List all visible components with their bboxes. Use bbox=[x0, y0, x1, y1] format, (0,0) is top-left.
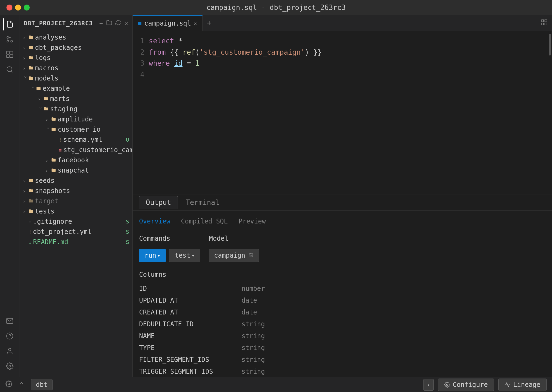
settings-bottom-icon[interactable] bbox=[5, 380, 12, 389]
activity-account[interactable] bbox=[3, 345, 16, 358]
tree-item-customer-io[interactable]: › customer_io bbox=[19, 124, 132, 135]
folder-icon bbox=[29, 177, 33, 184]
chevron-right-icon: › bbox=[45, 117, 51, 122]
svg-rect-6 bbox=[10, 51, 13, 54]
col-row-created-at: CREATED_AT date bbox=[139, 306, 546, 318]
delete-model-icon[interactable] bbox=[249, 252, 254, 259]
tree-item-marts[interactable]: › marts bbox=[19, 94, 132, 104]
chevron-up-button[interactable]: ^ bbox=[17, 380, 26, 390]
lineage-label: Lineage bbox=[513, 381, 540, 388]
svg-point-14 bbox=[9, 365, 11, 367]
tree-item-tests[interactable]: › tests bbox=[19, 206, 132, 216]
tab-campaign-sql[interactable]: ≡ campaign.sql ✕ bbox=[133, 15, 203, 31]
svg-rect-8 bbox=[10, 55, 13, 58]
model-chip[interactable]: campaign bbox=[209, 249, 259, 262]
activity-files[interactable] bbox=[3, 18, 16, 31]
tree-item-readme[interactable]: › ↓ README.md S bbox=[19, 237, 132, 247]
folder-icon bbox=[29, 208, 33, 215]
folder-icon bbox=[51, 116, 56, 123]
tree-item-target[interactable]: › target bbox=[19, 196, 132, 206]
tree-item-snapchat[interactable]: › snapchat bbox=[19, 165, 132, 176]
tree-label-marts: marts bbox=[50, 95, 70, 103]
chevron-down-icon: › bbox=[23, 75, 29, 81]
tree-item-models[interactable]: › models bbox=[19, 73, 132, 83]
tree-item-logs[interactable]: › logs bbox=[19, 53, 132, 63]
configure-button[interactable]: Configure bbox=[438, 379, 494, 391]
lineage-button[interactable]: Lineage bbox=[498, 379, 547, 391]
model-group: Model campaign bbox=[209, 235, 259, 262]
tree-item-schema-yml[interactable]: › ! schema.yml U bbox=[19, 135, 132, 145]
tree-item-dbt-packages[interactable]: › dbt_packages bbox=[19, 43, 132, 53]
svg-point-2 bbox=[7, 40, 9, 42]
yaml-warning-icon: ! bbox=[29, 229, 32, 235]
tree-label-tests: tests bbox=[35, 208, 54, 215]
sidebar: DBT_PROJECT_263RC3 + ✕ bbox=[19, 15, 133, 377]
col-row-updated-at: UPDATED_AT date bbox=[139, 295, 546, 306]
code-editor[interactable]: 1 2 3 4 select * from {{ ref('stg_custom… bbox=[133, 31, 552, 194]
tree-item-seeds[interactable]: › seeds bbox=[19, 176, 132, 186]
test-button[interactable]: test ▾ bbox=[169, 249, 200, 262]
tree-item-staging[interactable]: › staging bbox=[19, 104, 132, 114]
chevron-right-icon: › bbox=[45, 158, 51, 163]
tree-item-example[interactable]: › example bbox=[19, 83, 132, 94]
refresh-button[interactable] bbox=[115, 20, 121, 27]
tree-item-dbt-project-yml[interactable]: › ! dbt_project.yml S bbox=[19, 227, 132, 237]
line-numbers: 1 2 3 4 bbox=[133, 31, 149, 194]
folder-icon bbox=[44, 95, 49, 103]
code-content[interactable]: select * from {{ ref('stg_customerio_cam… bbox=[149, 31, 548, 194]
tree-label-analyses: analyses bbox=[35, 34, 66, 41]
tree-item-gitignore[interactable]: › ≡ .gitignore S bbox=[19, 216, 132, 227]
activity-search[interactable] bbox=[3, 63, 16, 76]
tree-item-snapshots[interactable]: › snapshots bbox=[19, 186, 132, 196]
col-name-trigger-segment-ids: TRIGGER_SEGMENT_IDS bbox=[139, 368, 242, 375]
badge-schema-yml: U bbox=[126, 136, 129, 143]
sub-tab-compiled-sql[interactable]: Compiled SQL bbox=[181, 215, 228, 228]
activity-settings[interactable] bbox=[3, 360, 16, 373]
output-tab-terminal[interactable]: Terminal bbox=[179, 196, 226, 209]
editor-layout-button[interactable] bbox=[541, 19, 552, 27]
new-folder-button[interactable] bbox=[106, 20, 112, 27]
col-type-created-at: date bbox=[242, 309, 257, 316]
close-button[interactable] bbox=[6, 5, 12, 10]
tree-label-example: example bbox=[43, 85, 70, 92]
output-tab-output[interactable]: Output bbox=[139, 196, 178, 209]
minimize-button[interactable] bbox=[15, 5, 21, 10]
sub-tab-overview[interactable]: Overview bbox=[139, 215, 170, 228]
activity-source-control[interactable] bbox=[3, 33, 16, 46]
tree-item-amplitude[interactable]: › amplitude bbox=[19, 114, 132, 124]
activity-extensions[interactable] bbox=[3, 48, 16, 61]
tree-item-macros[interactable]: › macros bbox=[19, 63, 132, 73]
tab-close-button[interactable]: ✕ bbox=[194, 20, 197, 27]
collapse-all-button[interactable]: ✕ bbox=[125, 20, 128, 27]
col-name-name: NAME bbox=[139, 332, 242, 340]
editor-scrollbar[interactable] bbox=[548, 31, 552, 194]
bottom-bar: ^ dbt › Configure Lineage bbox=[0, 377, 552, 392]
tree-label-amplitude: amplitude bbox=[58, 116, 93, 123]
sub-tab-preview[interactable]: Preview bbox=[239, 215, 266, 228]
terminal-arrow-button[interactable]: › bbox=[423, 379, 433, 391]
code-line-1: select * bbox=[149, 36, 548, 47]
run-button[interactable]: run ▾ bbox=[139, 249, 166, 262]
folder-icon bbox=[29, 197, 33, 205]
activity-help[interactable] bbox=[3, 330, 16, 342]
chevron-right-icon: › bbox=[23, 55, 29, 61]
code-line-2: from {{ ref('stg_customerio_campaign') }… bbox=[149, 47, 548, 58]
dbt-badge: dbt bbox=[31, 379, 53, 390]
maximize-button[interactable] bbox=[24, 5, 30, 10]
output-tab-bar: Output Terminal bbox=[133, 194, 552, 211]
svg-point-0 bbox=[11, 40, 12, 42]
badge-dbt-project-yml: S bbox=[126, 229, 129, 235]
tab-add-button[interactable]: + bbox=[203, 19, 216, 27]
tree-label-snapchat: snapchat bbox=[58, 167, 89, 174]
chevron-right-icon: › bbox=[23, 209, 29, 214]
editor-area: ≡ campaign.sql ✕ + 1 2 3 4 bbox=[133, 15, 552, 377]
arrow-down-icon: ↓ bbox=[29, 239, 32, 245]
tree-item-stg-customerio[interactable]: › ≡ stg_customerio_campaig... U bbox=[19, 145, 132, 155]
test-dropdown-arrow: ▾ bbox=[191, 252, 195, 259]
new-file-button[interactable]: + bbox=[99, 20, 103, 27]
activity-mail[interactable] bbox=[3, 314, 16, 327]
tree-item-facebook[interactable]: › facebook bbox=[19, 155, 132, 165]
tree-item-analyses[interactable]: › analyses bbox=[19, 32, 132, 43]
columns-list: ID number UPDATED_AT date CREATED_AT dat… bbox=[139, 283, 546, 377]
tree-label-facebook: facebook bbox=[58, 156, 89, 164]
